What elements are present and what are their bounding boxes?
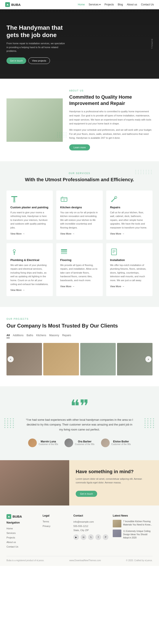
testimonial-person-3: Eloise Butler Customer of the 90s (101, 438, 131, 447)
service-card-kitchen: Kitchen designs You can rely on us for a… (56, 190, 103, 240)
filter-additions[interactable]: Additions (13, 333, 23, 338)
service-card-flooring: Flooring We provide all types of floorin… (56, 243, 103, 296)
nav-about[interactable]: About us (127, 3, 137, 6)
svg-rect-12 (61, 250, 67, 252)
testimonial-person-2: Ora Barber Customer of the 90s (64, 438, 94, 447)
gallery-next-button[interactable]: › (145, 356, 152, 362)
footer-link-services[interactable]: Services (6, 532, 15, 534)
cta-description: Lorem ipsum dolor sit amet, consectetuar… (76, 477, 153, 485)
view-more-installation[interactable]: View More (110, 285, 149, 288)
cta-people-image (0, 460, 69, 506)
nav-projects[interactable]: Projects (105, 3, 114, 6)
kitchen-icon (60, 195, 68, 203)
social-youtube[interactable]: ▶ (73, 534, 79, 540)
view-more-paint[interactable]: View More (10, 232, 49, 235)
social-linkedin[interactable]: in (81, 534, 86, 540)
filter-kitchens[interactable]: Kitchens (36, 333, 46, 338)
svg-rect-13 (61, 249, 67, 250)
footer-link-terms[interactable]: Terms (43, 520, 49, 523)
social-twitter[interactable]: 𝕏 (88, 534, 94, 540)
view-more-plumbing[interactable]: View More (10, 289, 49, 291)
about-desc1: Handyman is a professional who is commit… (69, 110, 153, 126)
svg-point-2 (13, 201, 15, 203)
cta-content: Have something in mind? Lorem ipsum dolo… (69, 460, 159, 506)
filter-all[interactable]: All (6, 333, 10, 338)
svg-rect-8 (111, 201, 113, 202)
hero-description: From home repair to installation service… (6, 42, 67, 53)
news-text-2[interactable]: 11 Extremely Unique Ceiling Design Ideas… (123, 530, 153, 539)
service-desc-flooring: We provide all types of flooring, repair… (60, 263, 99, 282)
footer-nav-col: BUBA Navigation Home Services Projects A… (6, 514, 38, 550)
news-thumb-2 (113, 530, 121, 537)
gallery-prev-button[interactable]: ‹ (7, 356, 14, 362)
service-desc-repairs: Call us for all your kitchen, floor, wal… (110, 211, 149, 230)
footer-link-about[interactable]: About us (6, 541, 16, 544)
footer-contact-info: info@example.com 555-555-1212 State, Cit… (73, 520, 108, 532)
svg-point-9 (13, 250, 15, 252)
nav-services[interactable]: Services ▾ (89, 3, 101, 6)
footer-link-projects[interactable]: Projects (6, 536, 15, 539)
nav-contact[interactable]: Contact Us (141, 3, 154, 6)
testimonial-dots-right (145, 418, 155, 428)
filter-repairs[interactable]: Repairs (62, 333, 71, 338)
filter-baths[interactable]: Baths (27, 333, 33, 338)
avatar-eloise-role: Customer of the 90s (111, 443, 131, 446)
logo[interactable]: BUBA (5, 2, 20, 7)
view-more-repairs[interactable]: View More (110, 232, 149, 235)
avatar-ora-role: Customer of the 90s (75, 443, 94, 446)
avatar-marvin-name: Marvin Luna (38, 440, 58, 443)
cta-section: Have something in mind? Lorem ipsum dolo… (0, 460, 159, 506)
view-more-kitchen[interactable]: View More (60, 232, 99, 235)
cta-button[interactable]: Get in touch (76, 491, 97, 497)
avatar-eloise-info: Eloise Butler Customer of the 90s (111, 440, 131, 446)
service-desc-plumbing: We will take care of your plumbing repai… (10, 263, 49, 286)
service-card-repairs: Repairs Call us for all your kitchen, fl… (106, 190, 153, 240)
filter-masonry[interactable]: Masonry (49, 333, 59, 338)
service-title-installation: Installation (110, 258, 149, 262)
service-desc-kitchen: You can rely on us for all projects in k… (60, 211, 99, 230)
social-facebook[interactable]: f (95, 534, 101, 540)
footer-link-privacy[interactable]: Privacy (43, 525, 50, 528)
service-desc-installation: We offer top-notch installation of plumb… (110, 263, 149, 282)
about-text: ABOUT US Committed to Quality Home Impro… (69, 90, 153, 150)
avatar-ora-info: Ora Barber Customer of the 90s (75, 440, 94, 446)
about-title: Committed to Quality Home Improvement an… (69, 94, 153, 106)
footer-nav-label: Navigation (6, 521, 38, 524)
view-more-flooring[interactable]: View More (60, 285, 99, 288)
about-label: ABOUT US (69, 90, 153, 92)
svg-point-10 (14, 254, 15, 255)
filter-tabs: All Additions Baths Kitchens Masonry Rep… (6, 333, 153, 338)
avatar-marvin-info: Marvin Luna Customer of the 80s (38, 440, 58, 446)
news-item-1: 7 Incredible Kitchen Flooring Materials … (113, 520, 153, 528)
news-text-1[interactable]: 7 Incredible Kitchen Flooring Materials … (123, 520, 153, 528)
nav-blog[interactable]: Blog (118, 3, 123, 6)
footer-top: BUBA Navigation Home Services Projects A… (6, 514, 153, 550)
get-in-touch-button[interactable]: Get in touch (6, 58, 26, 64)
service-title-kitchen: Kitchen designs (60, 206, 99, 209)
avatar-eloise-name: Eloise Butler (111, 440, 131, 443)
learn-more-button[interactable]: Learn more (69, 144, 90, 150)
projects-section: OUR PROJECTS Our Company Is Most Trusted… (0, 307, 159, 386)
footer-contact-label: Contact (73, 514, 108, 517)
footer-link-contact[interactable]: Contact Us (6, 545, 18, 548)
project-image-3 (80, 343, 116, 376)
view-projects-button[interactable]: View projects (28, 58, 50, 64)
quote-mark: ❝❞ (6, 399, 153, 413)
footer-link-home[interactable]: Home (6, 527, 13, 530)
logo-text: BUBA (11, 3, 20, 6)
paint-icon (10, 195, 18, 203)
installation-icon (110, 248, 118, 256)
footer-copyright: © 2020. Crafted by eLance. (126, 559, 153, 562)
footer-social: ▶ in 𝕏 f P (73, 534, 108, 540)
testimonial-dots-left (4, 418, 14, 428)
footer-contact-col: Contact info@example.com 555-555-1212 St… (73, 514, 108, 550)
svg-rect-14 (111, 249, 117, 255)
nav-home[interactable]: Home (78, 3, 85, 6)
footer-brand-note: Buba is a registered product of eLance. (6, 559, 44, 562)
about-desc2: We respect your schedule and preferences… (69, 128, 153, 140)
news-thumb-1 (113, 520, 121, 528)
social-pinterest[interactable]: P (103, 534, 108, 540)
projects-label: OUR PROJECTS (6, 318, 153, 320)
services-header: OUR SERVICES With the Utmost Professiona… (6, 172, 153, 183)
service-card-plumbing: Plumbing & Electrical We will take care … (6, 243, 53, 296)
